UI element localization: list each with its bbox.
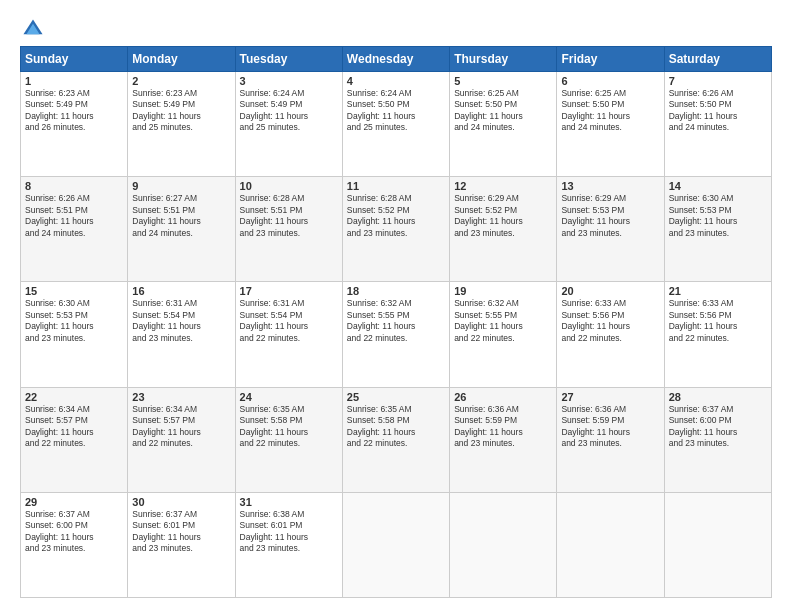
calendar-day-cell: 11Sunrise: 6:28 AM Sunset: 5:52 PM Dayli… [342,177,449,282]
day-number: 24 [240,391,338,403]
calendar-day-cell: 5Sunrise: 6:25 AM Sunset: 5:50 PM Daylig… [450,72,557,177]
calendar-day-cell: 24Sunrise: 6:35 AM Sunset: 5:58 PM Dayli… [235,387,342,492]
calendar-day-cell: 29Sunrise: 6:37 AM Sunset: 6:00 PM Dayli… [21,492,128,597]
weekday-header-cell: Saturday [664,47,771,72]
day-number: 28 [669,391,767,403]
day-number: 30 [132,496,230,508]
calendar-day-cell: 23Sunrise: 6:34 AM Sunset: 5:57 PM Dayli… [128,387,235,492]
weekday-header-cell: Sunday [21,47,128,72]
calendar-day-cell: 20Sunrise: 6:33 AM Sunset: 5:56 PM Dayli… [557,282,664,387]
day-number: 8 [25,180,123,192]
day-info: Sunrise: 6:37 AM Sunset: 6:01 PM Dayligh… [132,509,230,555]
day-number: 19 [454,285,552,297]
weekday-header-cell: Monday [128,47,235,72]
day-info: Sunrise: 6:24 AM Sunset: 5:49 PM Dayligh… [240,88,338,134]
day-number: 11 [347,180,445,192]
day-info: Sunrise: 6:35 AM Sunset: 5:58 PM Dayligh… [240,404,338,450]
calendar-day-cell [342,492,449,597]
day-number: 25 [347,391,445,403]
day-number: 4 [347,75,445,87]
logo [20,18,44,36]
calendar-day-cell: 15Sunrise: 6:30 AM Sunset: 5:53 PM Dayli… [21,282,128,387]
day-number: 15 [25,285,123,297]
calendar-day-cell: 14Sunrise: 6:30 AM Sunset: 5:53 PM Dayli… [664,177,771,282]
calendar-day-cell: 17Sunrise: 6:31 AM Sunset: 5:54 PM Dayli… [235,282,342,387]
day-info: Sunrise: 6:36 AM Sunset: 5:59 PM Dayligh… [561,404,659,450]
day-info: Sunrise: 6:31 AM Sunset: 5:54 PM Dayligh… [132,298,230,344]
day-info: Sunrise: 6:28 AM Sunset: 5:52 PM Dayligh… [347,193,445,239]
calendar-day-cell: 26Sunrise: 6:36 AM Sunset: 5:59 PM Dayli… [450,387,557,492]
calendar-day-cell: 22Sunrise: 6:34 AM Sunset: 5:57 PM Dayli… [21,387,128,492]
day-info: Sunrise: 6:24 AM Sunset: 5:50 PM Dayligh… [347,88,445,134]
day-number: 10 [240,180,338,192]
weekday-header-cell: Wednesday [342,47,449,72]
day-number: 31 [240,496,338,508]
calendar-day-cell: 4Sunrise: 6:24 AM Sunset: 5:50 PM Daylig… [342,72,449,177]
calendar-day-cell: 3Sunrise: 6:24 AM Sunset: 5:49 PM Daylig… [235,72,342,177]
day-info: Sunrise: 6:30 AM Sunset: 5:53 PM Dayligh… [25,298,123,344]
day-info: Sunrise: 6:32 AM Sunset: 5:55 PM Dayligh… [454,298,552,344]
day-number: 20 [561,285,659,297]
day-info: Sunrise: 6:29 AM Sunset: 5:53 PM Dayligh… [561,193,659,239]
calendar-week-row: 22Sunrise: 6:34 AM Sunset: 5:57 PM Dayli… [21,387,772,492]
day-info: Sunrise: 6:27 AM Sunset: 5:51 PM Dayligh… [132,193,230,239]
day-number: 13 [561,180,659,192]
day-number: 2 [132,75,230,87]
day-info: Sunrise: 6:32 AM Sunset: 5:55 PM Dayligh… [347,298,445,344]
day-info: Sunrise: 6:37 AM Sunset: 6:00 PM Dayligh… [669,404,767,450]
calendar-day-cell: 13Sunrise: 6:29 AM Sunset: 5:53 PM Dayli… [557,177,664,282]
calendar-table: SundayMondayTuesdayWednesdayThursdayFrid… [20,46,772,598]
day-info: Sunrise: 6:34 AM Sunset: 5:57 PM Dayligh… [25,404,123,450]
day-info: Sunrise: 6:25 AM Sunset: 5:50 PM Dayligh… [454,88,552,134]
day-number: 18 [347,285,445,297]
day-info: Sunrise: 6:23 AM Sunset: 5:49 PM Dayligh… [25,88,123,134]
calendar-week-row: 15Sunrise: 6:30 AM Sunset: 5:53 PM Dayli… [21,282,772,387]
day-number: 6 [561,75,659,87]
calendar-day-cell: 10Sunrise: 6:28 AM Sunset: 5:51 PM Dayli… [235,177,342,282]
calendar-day-cell [450,492,557,597]
day-info: Sunrise: 6:33 AM Sunset: 5:56 PM Dayligh… [561,298,659,344]
day-info: Sunrise: 6:26 AM Sunset: 5:51 PM Dayligh… [25,193,123,239]
day-number: 27 [561,391,659,403]
day-info: Sunrise: 6:34 AM Sunset: 5:57 PM Dayligh… [132,404,230,450]
calendar-day-cell: 21Sunrise: 6:33 AM Sunset: 5:56 PM Dayli… [664,282,771,387]
day-number: 16 [132,285,230,297]
day-number: 9 [132,180,230,192]
calendar-day-cell: 12Sunrise: 6:29 AM Sunset: 5:52 PM Dayli… [450,177,557,282]
day-number: 14 [669,180,767,192]
day-number: 17 [240,285,338,297]
calendar-day-cell: 31Sunrise: 6:38 AM Sunset: 6:01 PM Dayli… [235,492,342,597]
calendar-day-cell: 28Sunrise: 6:37 AM Sunset: 6:00 PM Dayli… [664,387,771,492]
day-number: 29 [25,496,123,508]
day-info: Sunrise: 6:35 AM Sunset: 5:58 PM Dayligh… [347,404,445,450]
weekday-header-cell: Tuesday [235,47,342,72]
day-info: Sunrise: 6:37 AM Sunset: 6:00 PM Dayligh… [25,509,123,555]
calendar-day-cell: 2Sunrise: 6:23 AM Sunset: 5:49 PM Daylig… [128,72,235,177]
day-info: Sunrise: 6:36 AM Sunset: 5:59 PM Dayligh… [454,404,552,450]
day-info: Sunrise: 6:29 AM Sunset: 5:52 PM Dayligh… [454,193,552,239]
calendar-day-cell: 8Sunrise: 6:26 AM Sunset: 5:51 PM Daylig… [21,177,128,282]
day-number: 5 [454,75,552,87]
day-info: Sunrise: 6:31 AM Sunset: 5:54 PM Dayligh… [240,298,338,344]
calendar-week-row: 1Sunrise: 6:23 AM Sunset: 5:49 PM Daylig… [21,72,772,177]
day-info: Sunrise: 6:26 AM Sunset: 5:50 PM Dayligh… [669,88,767,134]
weekday-header-row: SundayMondayTuesdayWednesdayThursdayFrid… [21,47,772,72]
day-number: 23 [132,391,230,403]
day-info: Sunrise: 6:23 AM Sunset: 5:49 PM Dayligh… [132,88,230,134]
calendar-day-cell: 25Sunrise: 6:35 AM Sunset: 5:58 PM Dayli… [342,387,449,492]
day-number: 12 [454,180,552,192]
page: SundayMondayTuesdayWednesdayThursdayFrid… [0,0,792,612]
weekday-header-cell: Thursday [450,47,557,72]
calendar-day-cell: 18Sunrise: 6:32 AM Sunset: 5:55 PM Dayli… [342,282,449,387]
header [20,18,772,36]
day-number: 22 [25,391,123,403]
day-number: 26 [454,391,552,403]
calendar-body: 1Sunrise: 6:23 AM Sunset: 5:49 PM Daylig… [21,72,772,598]
day-info: Sunrise: 6:30 AM Sunset: 5:53 PM Dayligh… [669,193,767,239]
day-info: Sunrise: 6:25 AM Sunset: 5:50 PM Dayligh… [561,88,659,134]
day-info: Sunrise: 6:33 AM Sunset: 5:56 PM Dayligh… [669,298,767,344]
calendar-day-cell [664,492,771,597]
calendar-day-cell: 19Sunrise: 6:32 AM Sunset: 5:55 PM Dayli… [450,282,557,387]
day-info: Sunrise: 6:28 AM Sunset: 5:51 PM Dayligh… [240,193,338,239]
calendar-week-row: 29Sunrise: 6:37 AM Sunset: 6:00 PM Dayli… [21,492,772,597]
